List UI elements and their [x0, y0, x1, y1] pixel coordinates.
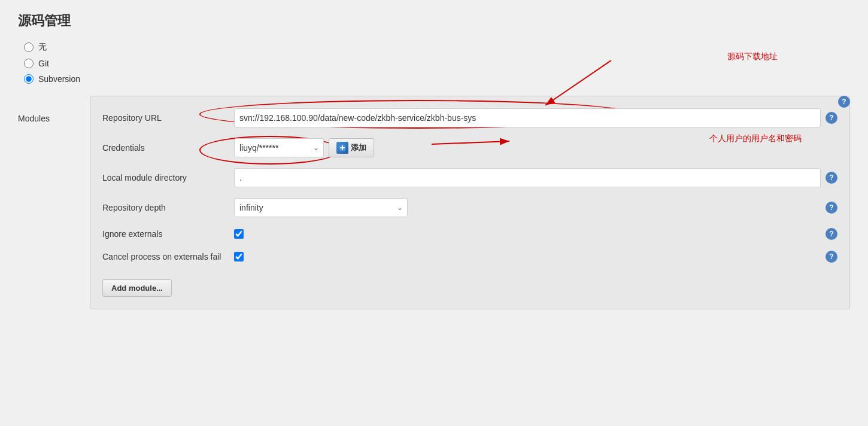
add-module-label: Add module... — [111, 284, 163, 293]
cancel-process-help-icon[interactable]: ? — [825, 251, 837, 263]
add-button-icon — [336, 142, 348, 154]
add-credentials-label: 添加 — [351, 142, 366, 153]
ignore-externals-label: Ignore externals — [102, 229, 234, 239]
radio-none[interactable] — [24, 42, 34, 52]
radio-item-none[interactable]: 无 — [24, 42, 850, 53]
add-module-button[interactable]: Add module... — [102, 279, 172, 297]
repository-depth-select[interactable]: infinity empty files immediates — [234, 198, 408, 217]
local-module-dir-help-icon[interactable]: ? — [825, 172, 837, 184]
cancel-process-control — [234, 252, 821, 261]
repository-depth-help-icon[interactable]: ? — [825, 202, 837, 214]
repository-url-control — [234, 108, 821, 127]
repository-depth-row: Repository depth infinity empty files im… — [102, 198, 837, 217]
ignore-externals-help-icon[interactable]: ? — [825, 228, 837, 240]
radio-git-label: Git — [38, 59, 49, 68]
scm-radio-group: 无 Git Subversion — [24, 42, 850, 84]
local-module-dir-row: Local module directory ? — [102, 168, 837, 187]
page-container: 源码管理 无 Git Subversion Modules — [0, 0, 868, 426]
repository-url-row: Repository URL ? — [102, 108, 837, 127]
page-help-icon[interactable]: ? — [833, 96, 850, 108]
add-module-section: Add module... — [102, 273, 837, 297]
cancel-process-checkbox[interactable] — [234, 252, 244, 261]
page-help-icon-circle[interactable]: ? — [838, 96, 850, 108]
local-module-dir-input[interactable] — [234, 168, 821, 187]
ignore-externals-checkbox[interactable] — [234, 229, 244, 239]
credentials-select-wrapper: liuyq/****** ⌄ — [234, 138, 324, 157]
ignore-externals-row: Ignore externals ? — [102, 228, 837, 240]
sidebar-modules-label: Modules — [18, 96, 90, 309]
radio-git[interactable] — [24, 59, 34, 68]
repository-depth-label: Repository depth — [102, 203, 234, 212]
radio-subversion[interactable] — [24, 74, 34, 84]
repository-url-help-icon[interactable]: ? — [825, 112, 837, 124]
local-module-dir-label: Local module directory — [102, 173, 234, 182]
credentials-control: liuyq/****** ⌄ 添加 — [234, 138, 837, 157]
credentials-row: Credentials liuyq/****** ⌄ — [102, 138, 837, 157]
ignore-externals-control — [234, 229, 821, 239]
local-module-dir-control — [234, 168, 821, 187]
repository-depth-control: infinity empty files immediates ⌄ — [234, 198, 821, 217]
repository-depth-select-wrapper: infinity empty files immediates ⌄ — [234, 198, 408, 217]
repository-url-input[interactable] — [234, 108, 821, 127]
svg-rect-5 — [342, 145, 343, 150]
main-content: Modules 源码下载地址 个人用户的用户名和密码 — [18, 96, 850, 309]
cancel-process-row: Cancel process on externals fail ? — [102, 251, 837, 263]
credentials-label: Credentials — [102, 143, 234, 153]
add-credentials-button[interactable]: 添加 — [329, 138, 374, 157]
radio-none-label: 无 — [38, 42, 47, 53]
radio-item-subversion[interactable]: Subversion — [24, 74, 850, 84]
form-panel: 源码下载地址 个人用户的用户名和密码 Repository URL ? Cred… — [90, 96, 850, 309]
radio-item-git[interactable]: Git — [24, 59, 850, 68]
credentials-select[interactable]: liuyq/****** — [234, 138, 324, 157]
page-title: 源码管理 — [18, 12, 850, 30]
repository-url-label: Repository URL — [102, 113, 234, 123]
radio-subversion-label: Subversion — [38, 74, 80, 84]
cancel-process-label: Cancel process on externals fail — [102, 252, 234, 261]
